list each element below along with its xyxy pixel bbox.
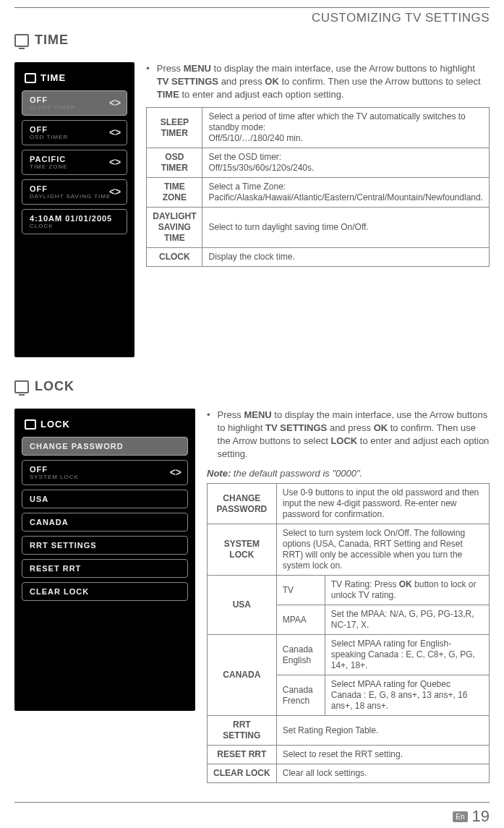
- lock-note: Note: the default password is "0000".: [207, 468, 490, 479]
- list-item: USA: [22, 490, 188, 508]
- list-item: CHANGE PASSWORD: [22, 437, 188, 456]
- list-item: OFFOSD TIMER< >: [22, 120, 127, 145]
- table-row: RESET RRT Select to reset the RRT settin…: [208, 746, 490, 764]
- lock-options-table: CHANGE PASSWORD Use 0-9 buttons to input…: [207, 483, 490, 783]
- list-item: OFFSYSTEM LOCK< >: [22, 460, 188, 485]
- table-row: SLEEP TIMERSelect a period of time after…: [147, 108, 490, 148]
- time-instructions: Press MENU to display the main interface…: [157, 62, 490, 101]
- list-item: 4:10AM 01/01/2005CLOCK: [22, 209, 127, 234]
- section-lock-heading: LOCK: [14, 379, 490, 394]
- tv-icon: [14, 34, 29, 47]
- tv-icon: [14, 380, 29, 393]
- table-row: CLEAR LOCK Clear all lock settings.: [208, 764, 490, 783]
- table-row: USA TV TV Rating: Press OK button to loc…: [208, 576, 490, 605]
- chevron-left-right-icon: < >: [109, 186, 119, 197]
- list-item: RRT SETTINGS: [22, 536, 188, 555]
- table-row: DAYLIGHT SAVING TIMESelect to turn dayli…: [147, 208, 490, 248]
- page-header: CUSTOMIZING TV SETTINGS: [14, 11, 490, 25]
- table-row: SYSTEM LOCK Select to turn system lock O…: [208, 524, 490, 576]
- lock-heading-text: LOCK: [35, 379, 74, 394]
- lock-instructions: Press MENU to display the main interface…: [218, 409, 490, 461]
- time-screenshot: TIME OFFSLEEP TIMER< >OFFOSD TIMER< >PAC…: [14, 62, 134, 357]
- list-item: PACIFICTIME ZONE< >: [22, 150, 127, 175]
- table-row: CHANGE PASSWORD Use 0-9 buttons to input…: [208, 484, 490, 524]
- page-footer: En 19: [14, 802, 490, 826]
- list-item: OFFDAYLIGHT SAVING TIME< >: [22, 179, 127, 205]
- list-item: CANADA: [22, 513, 188, 532]
- bullet-icon: •: [207, 409, 210, 461]
- table-row: OSD TIMERSet the OSD timer: Off/15s/30s/…: [147, 148, 490, 178]
- page-number: 19: [472, 807, 490, 826]
- table-row: CANADA Canada English Select MPAA rating…: [208, 635, 490, 675]
- list-item: RESET RRT: [22, 559, 188, 578]
- time-heading-text: TIME: [35, 33, 69, 48]
- tv-icon: [25, 419, 36, 430]
- lang-badge: En: [453, 811, 467, 822]
- chevron-left-right-icon: < >: [170, 466, 180, 478]
- chevron-left-right-icon: < >: [109, 97, 119, 108]
- chevron-left-right-icon: < >: [109, 156, 119, 168]
- table-row: CLOCKDisplay the clock time.: [147, 248, 490, 267]
- tv-icon: [25, 73, 36, 83]
- bullet-icon: •: [146, 62, 150, 101]
- time-options-table: SLEEP TIMERSelect a period of time after…: [146, 107, 490, 267]
- table-row: TIME ZONESelect a Time Zone: Pacific/Ala…: [147, 178, 490, 208]
- list-item: OFFSLEEP TIMER< >: [22, 90, 127, 116]
- time-screen-title: TIME: [40, 72, 66, 83]
- chevron-left-right-icon: < >: [109, 127, 119, 138]
- lock-screenshot: LOCK CHANGE PASSWORDOFFSYSTEM LOCK< >USA…: [14, 409, 195, 711]
- section-time-heading: TIME: [14, 33, 490, 48]
- list-item: CLEAR LOCK: [22, 582, 188, 601]
- lock-screen-title: LOCK: [40, 419, 70, 430]
- table-row: RRT SETTING Set Rating Region Table.: [208, 716, 490, 746]
